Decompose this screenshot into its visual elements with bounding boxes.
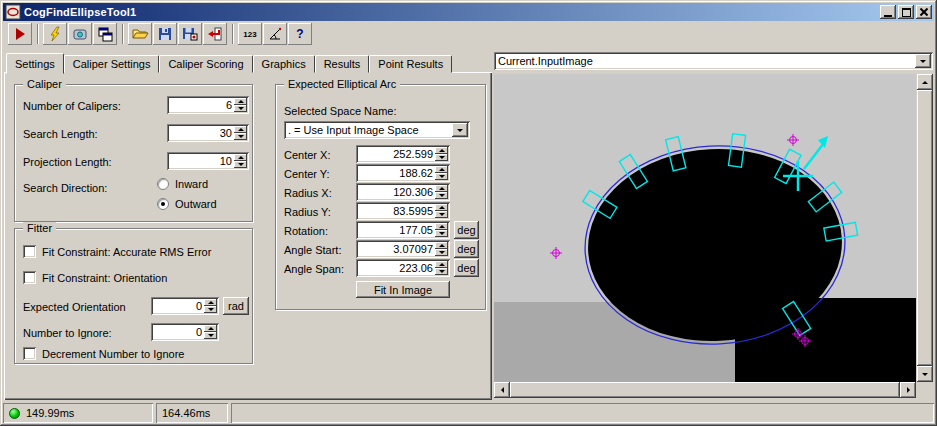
spin-up-button[interactable] bbox=[234, 98, 247, 105]
spin-down-button[interactable] bbox=[435, 230, 448, 237]
radius-y-spinner bbox=[356, 202, 450, 220]
spin-down-button[interactable] bbox=[435, 268, 448, 275]
help-button[interactable]: ? bbox=[288, 23, 312, 45]
image-source-combo[interactable]: Current.InputImage bbox=[494, 52, 933, 70]
vertical-scrollbar[interactable] bbox=[917, 74, 933, 382]
spin-down-button[interactable] bbox=[204, 306, 217, 313]
scrollbar-corner bbox=[917, 382, 933, 398]
scroll-down-button[interactable] bbox=[917, 366, 933, 382]
spin-up-button[interactable] bbox=[435, 242, 448, 249]
selected-space-combo[interactable]: . = Use Input Image Space bbox=[284, 121, 470, 139]
tab-caliper-scoring[interactable]: Caliper Scoring bbox=[159, 55, 252, 73]
fit-constraint-orientation-checkbox-row[interactable]: Fit Constraint: Orientation bbox=[23, 271, 167, 284]
spin-down-button[interactable] bbox=[435, 249, 448, 256]
center-x-input[interactable] bbox=[358, 147, 435, 161]
tab-graphics[interactable]: Graphics bbox=[253, 55, 315, 73]
spin-down-button[interactable] bbox=[435, 154, 448, 161]
expected-orientation-input[interactable] bbox=[153, 299, 204, 313]
rotation-label: Rotation: bbox=[284, 225, 328, 237]
radio-inward[interactable]: Inward bbox=[157, 178, 208, 190]
scroll-up-button[interactable] bbox=[917, 74, 933, 90]
decrement-number-checkbox-row[interactable]: Decrement Number to Ignore bbox=[23, 347, 184, 360]
maximize-button[interactable] bbox=[898, 5, 914, 19]
horizontal-scroll-thumb[interactable] bbox=[510, 382, 900, 398]
angle-span-input[interactable] bbox=[358, 261, 435, 275]
spin-down-button[interactable] bbox=[435, 173, 448, 180]
search-length-input[interactable] bbox=[169, 126, 234, 140]
spin-down-button[interactable] bbox=[435, 192, 448, 199]
copy-results-button[interactable] bbox=[93, 23, 117, 45]
angle-start-deg-button[interactable]: deg bbox=[454, 240, 479, 258]
vertical-scroll-thumb[interactable] bbox=[917, 90, 933, 366]
number-of-calipers-input[interactable] bbox=[169, 98, 234, 112]
spin-down-button[interactable] bbox=[234, 105, 247, 112]
horizontal-scrollbar[interactable] bbox=[494, 382, 916, 398]
rotation-input[interactable] bbox=[358, 223, 435, 237]
image-display[interactable] bbox=[494, 74, 916, 382]
radius-x-input[interactable] bbox=[358, 185, 435, 199]
rotation-deg-button[interactable]: deg bbox=[454, 221, 479, 239]
fit-constraint-rms-label: Fit Constraint: Accurate RMS Error bbox=[42, 246, 211, 258]
rad-units-button[interactable]: rad bbox=[223, 297, 249, 315]
status-bar: 149.99ms 164.46ms bbox=[3, 403, 934, 423]
run-once-button[interactable] bbox=[43, 23, 67, 45]
spin-buttons bbox=[435, 147, 448, 161]
number-to-ignore-input[interactable] bbox=[153, 325, 204, 339]
up-arrow-icon bbox=[439, 149, 445, 152]
tab-results[interactable]: Results bbox=[315, 55, 370, 73]
spin-buttons bbox=[435, 223, 448, 237]
spin-up-button[interactable] bbox=[435, 261, 448, 268]
angle-start-input[interactable] bbox=[358, 242, 435, 256]
tab-settings[interactable]: Settings bbox=[6, 53, 64, 74]
close-button[interactable] bbox=[916, 5, 932, 19]
tab-point-results[interactable]: Point Results bbox=[369, 55, 452, 73]
spin-down-button[interactable] bbox=[234, 133, 247, 140]
tool-display-button[interactable] bbox=[68, 23, 92, 45]
scroll-right-button[interactable] bbox=[900, 382, 916, 398]
spin-down-button[interactable] bbox=[204, 332, 217, 339]
spin-up-button[interactable] bbox=[234, 126, 247, 133]
fit-constraint-orientation-checkbox[interactable] bbox=[23, 271, 36, 284]
fit-constraint-rms-checkbox[interactable] bbox=[23, 245, 36, 258]
combo-dropdown-button[interactable] bbox=[915, 54, 931, 68]
spin-up-button[interactable] bbox=[204, 299, 217, 306]
decrement-number-checkbox[interactable] bbox=[23, 347, 36, 360]
radio-outward[interactable]: Outward bbox=[157, 198, 217, 210]
up-arrow-icon bbox=[208, 327, 214, 330]
import-button[interactable] bbox=[203, 23, 227, 45]
minimize-button[interactable] bbox=[880, 5, 896, 19]
number-format-button[interactable]: 123 bbox=[238, 23, 262, 45]
spin-up-button[interactable] bbox=[204, 325, 217, 332]
fit-in-image-button[interactable]: Fit In Image bbox=[356, 281, 450, 298]
open-file-button[interactable] bbox=[128, 23, 152, 45]
spin-up-button[interactable] bbox=[234, 154, 247, 161]
center-y-input[interactable] bbox=[358, 166, 435, 180]
radius-y-input[interactable] bbox=[358, 204, 435, 218]
combo-dropdown-button[interactable] bbox=[452, 123, 468, 137]
tab-label: Caliper Scoring bbox=[168, 58, 243, 70]
spin-up-button[interactable] bbox=[435, 185, 448, 192]
spin-up-button[interactable] bbox=[435, 223, 448, 230]
spin-up-button[interactable] bbox=[435, 204, 448, 211]
spin-up-button[interactable] bbox=[435, 166, 448, 173]
spin-up-button[interactable] bbox=[435, 147, 448, 154]
angle-span-deg-button[interactable]: deg bbox=[454, 259, 479, 277]
spin-down-button[interactable] bbox=[435, 211, 448, 218]
run-button[interactable] bbox=[8, 23, 32, 45]
toolbar-separator bbox=[122, 24, 124, 44]
save-results-button[interactable] bbox=[178, 23, 202, 45]
angle-units-button[interactable] bbox=[263, 23, 287, 45]
spin-down-button[interactable] bbox=[234, 161, 247, 168]
radio-inward-circle[interactable] bbox=[157, 178, 169, 190]
center-x-spinner bbox=[356, 145, 450, 163]
tab-caliper-settings[interactable]: Caliper Settings bbox=[64, 55, 160, 73]
save-button[interactable] bbox=[153, 23, 177, 45]
selected-space-value: . = Use Input Image Space bbox=[288, 124, 452, 136]
down-arrow-icon bbox=[439, 251, 445, 254]
fit-constraint-rms-checkbox-row[interactable]: Fit Constraint: Accurate RMS Error bbox=[23, 245, 211, 258]
total-time-value: 164.46ms bbox=[162, 407, 210, 419]
scroll-left-button[interactable] bbox=[494, 382, 510, 398]
titlebar[interactable]: CogFindEllipseTool1 bbox=[3, 3, 934, 21]
radio-outward-circle[interactable] bbox=[157, 198, 169, 210]
projection-length-input[interactable] bbox=[169, 154, 234, 168]
